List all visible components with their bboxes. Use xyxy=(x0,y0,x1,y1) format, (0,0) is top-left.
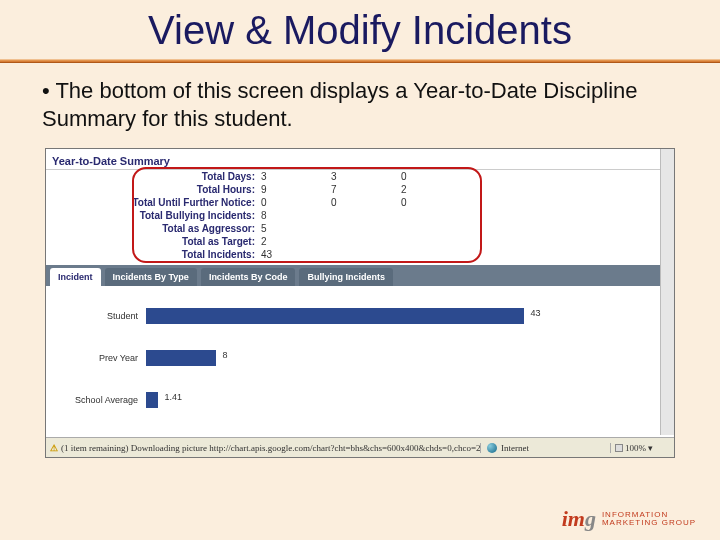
summary-col3 xyxy=(401,249,471,260)
zoom-icon xyxy=(615,444,623,452)
summary-col1: 5 xyxy=(261,223,331,234)
summary-col2 xyxy=(331,210,401,221)
summary-col2: 0 xyxy=(331,197,401,208)
scrollbar[interactable] xyxy=(660,149,674,435)
summary-col3 xyxy=(401,210,471,221)
status-zone: Internet xyxy=(480,443,610,453)
screenshot: Year-to-Date Summary Total Days:330Total… xyxy=(45,148,675,458)
summary-row: Total Incidents:43 xyxy=(46,248,674,261)
summary-row: Total Hours:972 xyxy=(46,183,674,196)
status-zone-label: Internet xyxy=(501,443,529,453)
chevron-down-icon: ▾ xyxy=(648,443,653,453)
logo-text: INFORMATIONMARKETING GROUP xyxy=(602,511,696,527)
summary-label: Total Days: xyxy=(46,171,261,182)
chart-bar xyxy=(146,392,158,408)
chart-bar-wrap: 8 xyxy=(146,348,666,368)
summary-col1: 3 xyxy=(261,171,331,182)
status-zoom: 100% ▾ xyxy=(610,443,674,453)
status-bar: ⚠ (1 item remaining) Downloading picture… xyxy=(46,437,674,457)
summary-col2 xyxy=(331,249,401,260)
summary-col2 xyxy=(331,223,401,234)
summary-col1: 8 xyxy=(261,210,331,221)
chart-row: Student43 xyxy=(46,306,666,326)
zoom-level: 100% xyxy=(625,443,646,453)
chart-category: School Average xyxy=(46,395,146,405)
chart-value: 1.41 xyxy=(164,392,182,402)
summary-col2: 3 xyxy=(331,171,401,182)
summary-label: Total Incidents: xyxy=(46,249,261,260)
summary-row: Total as Target:2 xyxy=(46,235,674,248)
summary-heading: Year-to-Date Summary xyxy=(46,149,674,170)
summary-label: Total as Target: xyxy=(46,236,261,247)
summary-label: Total Hours: xyxy=(46,184,261,195)
summary-col2: 7 xyxy=(331,184,401,195)
summary-label: Total Bullying Incidents: xyxy=(46,210,261,221)
summary-col3 xyxy=(401,223,471,234)
tab-bullying[interactable]: Bullying Incidents xyxy=(299,268,393,286)
chart-area: Student43Prev Year8School Average1.41 xyxy=(46,294,674,432)
chart-bar xyxy=(146,308,524,324)
bullet-content: The bottom of this screen displays a Yea… xyxy=(42,78,638,131)
chart-row: Prev Year8 xyxy=(46,348,666,368)
chart-bar xyxy=(146,350,216,366)
chart-bar-wrap: 1.41 xyxy=(146,390,666,410)
chart-category: Prev Year xyxy=(46,353,146,363)
summary-row: Total Until Further Notice:000 xyxy=(46,196,674,209)
summary-label: Total Until Further Notice: xyxy=(46,197,261,208)
bullet-text: • The bottom of this screen displays a Y… xyxy=(0,77,720,142)
tab-by-code[interactable]: Incidents By Code xyxy=(201,268,296,286)
chart-row: School Average1.41 xyxy=(46,390,666,410)
tab-by-type[interactable]: Incidents By Type xyxy=(105,268,197,286)
title-rule xyxy=(0,59,720,63)
chart-bar-wrap: 43 xyxy=(146,306,666,326)
summary-col3 xyxy=(401,236,471,247)
summary-row: Total Days:330 xyxy=(46,170,674,183)
summary-col2 xyxy=(331,236,401,247)
tab-bar: Incident Incidents By Type Incidents By … xyxy=(46,265,674,286)
summary-col1: 9 xyxy=(261,184,331,195)
slide-title: View & Modify Incidents xyxy=(0,0,720,53)
chart-value: 43 xyxy=(530,308,540,318)
summary-label: Total as Aggressor: xyxy=(46,223,261,234)
tab-incident[interactable]: Incident xyxy=(50,268,101,286)
summary-col1: 43 xyxy=(261,249,331,260)
chart-value: 8 xyxy=(222,350,227,360)
summary-rows: Total Days:330Total Hours:972Total Until… xyxy=(46,170,674,261)
warning-icon: ⚠ xyxy=(50,443,58,453)
summary-row: Total as Aggressor:5 xyxy=(46,222,674,235)
img-logo: img INFORMATIONMARKETING GROUP xyxy=(562,506,696,532)
internet-icon xyxy=(487,443,497,453)
summary-col3: 0 xyxy=(401,171,471,182)
summary-row: Total Bullying Incidents:8 xyxy=(46,209,674,222)
summary-col3: 0 xyxy=(401,197,471,208)
summary-col3: 2 xyxy=(401,184,471,195)
summary-col1: 2 xyxy=(261,236,331,247)
status-left: ⚠ (1 item remaining) Downloading picture… xyxy=(46,443,480,453)
summary-col1: 0 xyxy=(261,197,331,208)
chart-category: Student xyxy=(46,311,146,321)
logo-mark: img xyxy=(562,506,596,532)
status-text: (1 item remaining) Downloading picture h… xyxy=(61,443,480,453)
